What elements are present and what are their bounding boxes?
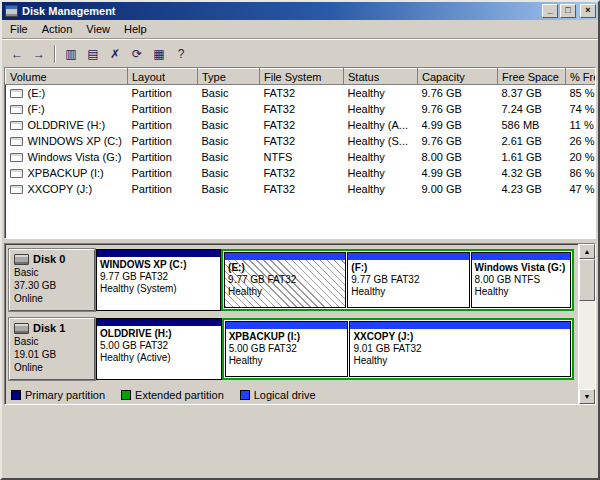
volume-row-c[interactable]: WINDOWS XP (C:) Partition Basic FAT32 He… (6, 133, 597, 149)
logical-drive-strip (225, 253, 345, 260)
logical-drive-strip (226, 322, 348, 329)
partition-e[interactable]: (E:) 9.77 GB FAT32 Healthy (224, 252, 346, 308)
partition-size: 5.00 GB FAT32 (100, 340, 220, 352)
legend-label: Primary partition (25, 389, 105, 401)
disk-icon (14, 254, 29, 265)
close-button[interactable]: × (580, 4, 596, 18)
file-system-cell: NTFS (260, 149, 344, 165)
scrollbar-track[interactable] (579, 301, 595, 389)
pct-free-cell: 26 % (566, 133, 597, 149)
partition-label: XXCOPY (J:) (353, 331, 569, 343)
app-icon (5, 5, 18, 17)
column-header-row: Volume Layout Type File System Status Ca… (6, 69, 597, 85)
column-header-volume[interactable]: Volume (6, 69, 128, 85)
menu-action[interactable]: Action (35, 21, 80, 37)
file-system-cell: FAT32 (260, 165, 344, 181)
capacity-cell: 9.76 GB (418, 85, 498, 101)
partition-xxcopy-j[interactable]: XXCOPY (J:) 9.01 GB FAT32 Healthy (349, 321, 571, 377)
refresh-icon[interactable]: ⟳ (126, 43, 148, 65)
scroll-up-icon[interactable]: ▲ (579, 244, 595, 259)
capacity-cell: 4.99 GB (418, 117, 498, 133)
column-header-layout[interactable]: Layout (128, 69, 198, 85)
layout-cell: Partition (128, 117, 198, 133)
volume-name: XPBACKUP (I:) (28, 167, 104, 179)
views-icon[interactable]: ▦ (148, 43, 170, 65)
partition-olddrive-h[interactable]: OLDDRIVE (H:) 5.00 GB FAT32 Healthy (Act… (96, 318, 222, 380)
scroll-down-icon[interactable]: ▼ (579, 389, 595, 404)
volume-name: (F:) (28, 103, 45, 115)
free-space-cell: 1.61 GB (498, 149, 566, 165)
status-cell: Healthy (344, 85, 418, 101)
disk-status: Online (14, 361, 90, 374)
title-bar[interactable]: Disk Management _ □ × (2, 2, 598, 20)
partition-windows-xp-c[interactable]: WINDOWS XP (C:) 9.77 GB FAT32 Healthy (S… (96, 249, 221, 311)
free-space-cell: 8.37 GB (498, 85, 566, 101)
type-cell: Basic (198, 85, 260, 101)
help-icon[interactable]: ? (170, 43, 192, 65)
file-system-cell: FAT32 (260, 133, 344, 149)
status-cell: Healthy (344, 165, 418, 181)
pct-free-cell: 85 % (566, 85, 597, 101)
console-view: Volume Layout Type File System Status Ca… (4, 67, 596, 405)
show-console-tree-icon[interactable]: ▥ (60, 43, 82, 65)
drive-icon (10, 169, 23, 178)
menu-file[interactable]: File (3, 21, 35, 37)
column-header-type[interactable]: Type (198, 69, 260, 85)
column-header-capacity[interactable]: Capacity (418, 69, 498, 85)
partition-xpbackup-i[interactable]: XPBACKUP (I:) 5.00 GB FAT32 Healthy (225, 321, 349, 377)
free-space-cell: 7.24 GB (498, 101, 566, 117)
disk-status: Online (14, 292, 90, 305)
type-cell: Basic (198, 149, 260, 165)
layout-cell: Partition (128, 85, 198, 101)
partition-windows-vista-g[interactable]: Windows Vista (G:) 8.00 GB NTFS Healthy (471, 252, 571, 308)
extended-partition-group: XPBACKUP (I:) 5.00 GB FAT32 Healthy XXCO… (222, 318, 574, 380)
legend-primary-partition: Primary partition (11, 389, 105, 401)
status-cell: Healthy (A... (344, 117, 418, 133)
partition-size: 9.77 GB FAT32 (351, 274, 467, 286)
disk-type: Basic (14, 335, 90, 348)
volume-row-g[interactable]: Windows Vista (G:) Partition Basic NTFS … (6, 149, 597, 165)
vertical-scrollbar[interactable]: ▲ ▼ (578, 244, 595, 404)
disk-1-header[interactable]: Disk 1 Basic 19.01 GB Online (9, 318, 95, 380)
column-header-file-system[interactable]: File System (260, 69, 344, 85)
legend-extended-partition: Extended partition (121, 389, 224, 401)
properties-icon[interactable]: ▤ (82, 43, 104, 65)
logical-drive-strip (472, 253, 570, 260)
capacity-cell: 8.00 GB (418, 149, 498, 165)
partition-label: (E:) (228, 262, 344, 274)
partition-f[interactable]: (F:) 9.77 GB FAT32 Healthy (347, 252, 469, 308)
volume-row-j[interactable]: XXCOPY (J:) Partition Basic FAT32 Health… (6, 181, 597, 197)
partition-status: Healthy (229, 355, 347, 367)
volume-row-h[interactable]: OLDDRIVE (H:) Partition Basic FAT32 Heal… (6, 117, 597, 133)
capacity-cell: 9.00 GB (418, 181, 498, 197)
status-cell: Healthy (344, 101, 418, 117)
volume-row-i[interactable]: XPBACKUP (I:) Partition Basic FAT32 Heal… (6, 165, 597, 181)
menu-view[interactable]: View (79, 21, 117, 37)
menu-help[interactable]: Help (117, 21, 154, 37)
column-header-status[interactable]: Status (344, 69, 418, 85)
partition-status: Healthy (Active) (100, 352, 220, 364)
volume-row-f[interactable]: (F:) Partition Basic FAT32 Healthy 9.76 … (6, 101, 597, 117)
disk-size: 37.30 GB (14, 279, 90, 292)
delete-icon[interactable]: ✗ (104, 43, 126, 65)
volume-row-e[interactable]: (E:) Partition Basic FAT32 Healthy 9.76 … (6, 85, 597, 101)
volume-name: (E:) (28, 87, 46, 99)
disk-row-1: Disk 1 Basic 19.01 GB Online OLDDRIVE (H… (9, 318, 574, 380)
minimize-button[interactable]: _ (542, 4, 558, 18)
file-system-cell: FAT32 (260, 101, 344, 117)
status-cell: Healthy (344, 181, 418, 197)
back-icon[interactable]: ← (6, 43, 28, 65)
primary-partition-strip (97, 319, 221, 326)
column-header-free-space[interactable]: Free Space (498, 69, 566, 85)
column-header-pct-free[interactable]: % Free (566, 69, 597, 85)
graphical-view: Disk 0 Basic 37.30 GB Online WINDOWS XP … (5, 244, 578, 404)
drive-icon (10, 153, 23, 162)
disk-size: 19.01 GB (14, 348, 90, 361)
forward-icon[interactable]: → (28, 43, 50, 65)
window-title: Disk Management (22, 5, 540, 17)
toolbar: ← → ▥ ▤ ✗ ⟳ ▦ ? (2, 39, 598, 67)
scrollbar-thumb[interactable] (579, 259, 595, 301)
maximize-button[interactable]: □ (560, 4, 576, 18)
disk-0-header[interactable]: Disk 0 Basic 37.30 GB Online (9, 249, 95, 311)
free-space-cell: 4.32 GB (498, 165, 566, 181)
